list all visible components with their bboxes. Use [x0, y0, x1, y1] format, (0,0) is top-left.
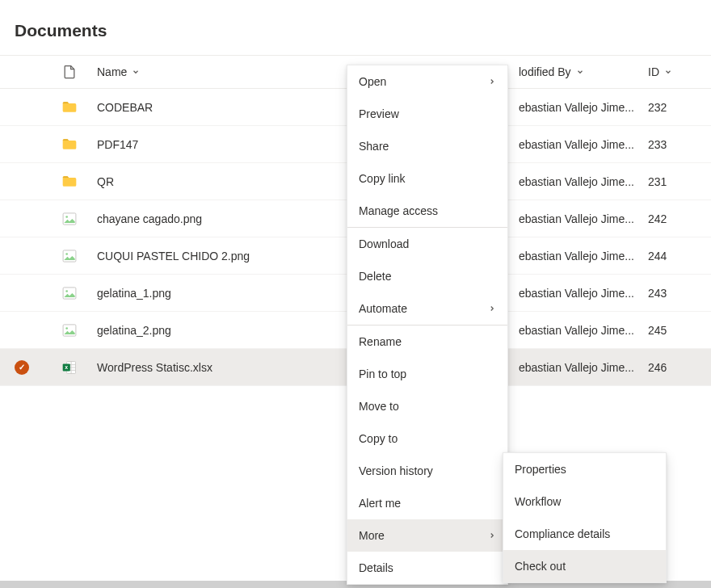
menu-item-copy-to[interactable]: Copy to [347, 422, 507, 455]
file-name[interactable]: chayane cagado.png [97, 212, 202, 225]
id-value: 243 [648, 287, 667, 300]
page-title: Documents [0, 0, 711, 55]
submenu-item-compliance-details[interactable]: Compliance details [503, 518, 666, 550]
chevron-right-icon [488, 75, 496, 88]
folder-icon [61, 99, 97, 116]
svg-point-5 [65, 290, 68, 292]
menu-item-automate[interactable]: Automate [347, 292, 507, 325]
chevron-right-icon [488, 529, 496, 542]
modified-by-value: ebastian Vallejo Jime... [519, 175, 634, 188]
menu-item-pin-to-top[interactable]: Pin to top [347, 358, 507, 390]
submenu-item-label: Properties [515, 463, 566, 476]
menu-item-label: Share [359, 140, 389, 153]
menu-item-label: Details [359, 561, 393, 574]
menu-item-label: Manage access [359, 204, 438, 217]
menu-item-label: Copy link [359, 172, 406, 185]
menu-item-label: Alert me [359, 497, 401, 510]
context-menu: Open PreviewShareCopy linkManage accessD… [347, 65, 508, 585]
menu-item-label: Delete [359, 270, 391, 283]
menu-item-label: Automate [359, 302, 407, 315]
image-icon [61, 248, 97, 264]
svg-point-3 [65, 253, 68, 255]
id-value: 246 [648, 361, 667, 374]
menu-item-label: Copy to [359, 432, 398, 445]
menu-item-delete[interactable]: Delete [347, 260, 507, 292]
modified-by-value: ebastian Vallejo Jime... [519, 138, 634, 151]
menu-item-rename[interactable]: Rename [347, 326, 507, 358]
modified-by-value: ebastian Vallejo Jime... [519, 361, 634, 374]
file-name[interactable]: WordPress Statisc.xlsx [97, 361, 212, 374]
menu-item-label: Move to [359, 400, 399, 413]
modified-by-header-label: lodified By [519, 65, 571, 78]
submenu-item-check-out[interactable]: Check out [503, 550, 666, 582]
id-value: 231 [648, 175, 667, 188]
folder-icon [61, 174, 97, 190]
menu-item-label: Rename [359, 335, 402, 348]
modified-by-column-header[interactable]: lodified By [519, 65, 648, 78]
submenu-item-properties[interactable]: Properties [503, 453, 666, 485]
id-column-header[interactable]: ID [648, 65, 711, 78]
menu-item-label: Preview [359, 107, 399, 120]
excel-icon [61, 359, 97, 376]
modified-by-value: ebastian Vallejo Jime... [519, 101, 634, 114]
menu-item-manage-access[interactable]: Manage access [347, 195, 507, 227]
file-name[interactable]: PDF147 [97, 138, 138, 151]
file-name[interactable]: CODEBAR [97, 101, 153, 114]
menu-item-label: Download [359, 237, 409, 250]
menu-item-move-to[interactable]: Move to [347, 390, 507, 422]
id-value: 244 [648, 250, 667, 262]
menu-item-alert-me[interactable]: Alert me [347, 487, 507, 519]
submenu-item-label: Check out [515, 560, 566, 573]
modified-by-value: ebastian Vallejo Jime... [519, 250, 634, 262]
menu-item-share[interactable]: Share [347, 130, 507, 162]
id-value: 232 [648, 101, 667, 114]
id-value: 233 [648, 138, 667, 151]
file-name[interactable]: CUQUI PASTEL CHIDO 2.png [97, 250, 250, 262]
chevron-down-icon [664, 68, 672, 76]
modified-by-value: ebastian Vallejo Jime... [519, 324, 634, 337]
menu-item-label: Pin to top [359, 368, 406, 380]
menu-item-open[interactable]: Open [347, 65, 507, 98]
menu-item-preview[interactable]: Preview [347, 98, 507, 130]
name-header-label: Name [97, 65, 127, 78]
chevron-down-icon [576, 68, 584, 76]
id-header-label: ID [648, 65, 659, 78]
filetype-column[interactable] [61, 64, 97, 80]
file-name[interactable]: gelatina_2.png [97, 324, 171, 337]
menu-item-version-history[interactable]: Version history [347, 455, 507, 487]
chevron-down-icon [132, 68, 140, 76]
row-select[interactable]: ✓ [15, 360, 61, 375]
menu-item-copy-link[interactable]: Copy link [347, 162, 507, 195]
image-icon [61, 285, 97, 301]
id-value: 245 [648, 324, 667, 337]
image-icon [61, 322, 97, 338]
file-name[interactable]: gelatina_1.png [97, 287, 171, 300]
context-submenu: PropertiesWorkflowCompliance detailsChec… [503, 452, 667, 583]
menu-item-label: Open [359, 75, 386, 88]
menu-item-label: More [359, 529, 385, 542]
svg-point-1 [65, 216, 68, 218]
menu-item-more[interactable]: More [347, 519, 507, 552]
svg-point-7 [65, 327, 68, 330]
submenu-item-workflow[interactable]: Workflow [503, 485, 666, 518]
folder-icon [61, 136, 97, 153]
modified-by-value: ebastian Vallejo Jime... [519, 212, 634, 225]
image-icon [61, 211, 97, 227]
file-icon [61, 64, 78, 80]
file-name[interactable]: QR [97, 175, 114, 188]
chevron-right-icon [488, 302, 496, 315]
menu-item-details[interactable]: Details [347, 552, 507, 584]
menu-item-label: Version history [359, 464, 433, 477]
menu-item-download[interactable]: Download [347, 228, 507, 260]
id-value: 242 [648, 212, 667, 225]
modified-by-value: ebastian Vallejo Jime... [519, 287, 634, 300]
submenu-item-label: Compliance details [515, 527, 610, 540]
submenu-item-label: Workflow [515, 495, 561, 508]
